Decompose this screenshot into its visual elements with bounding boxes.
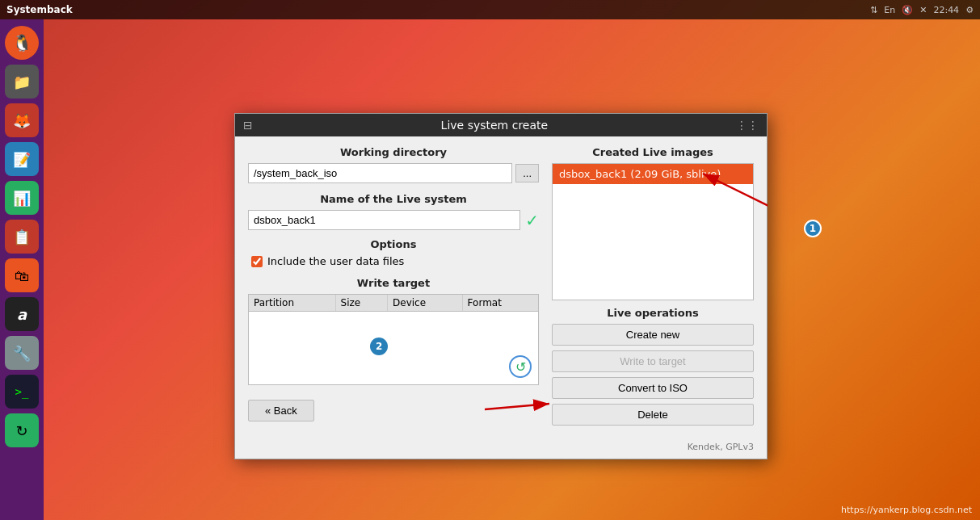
- writetarget-table: Partition Size Device Format: [249, 295, 538, 312]
- create-new-btn[interactable]: Create new: [552, 324, 754, 346]
- writetarget-table-container: Partition Size Device Format 2: [248, 294, 539, 385]
- dialog-left: Working directory ... Name of the Live s…: [248, 146, 539, 426]
- annotation-circle-1: 1: [804, 220, 822, 237]
- workdir-row: ...: [248, 163, 539, 183]
- writetarget-section: Write target Partition Size Device Forma…: [248, 277, 539, 385]
- dialog-columns: Working directory ... Name of the Live s…: [248, 146, 754, 426]
- include-userdata-label: Include the user data files: [267, 255, 404, 267]
- back-btn[interactable]: « Back: [248, 400, 314, 421]
- files-icon: 📁: [13, 73, 31, 90]
- amazon-icon: a: [17, 306, 27, 323]
- dialog-title: Live system create: [441, 119, 549, 132]
- dialog-titlebar-left-icon: ⊟: [243, 119, 253, 132]
- arrows-icon: ⇅: [870, 5, 877, 15]
- options-title: Options: [248, 238, 539, 250]
- sidebar-item-appcenter[interactable]: 🛍: [5, 258, 39, 292]
- livename-title: Name of the Live system: [248, 193, 539, 205]
- livename-input[interactable]: [248, 210, 520, 230]
- livename-section: Name of the Live system ✓: [248, 193, 539, 230]
- impress-icon: 📋: [13, 229, 31, 245]
- sidebar-item-firefox[interactable]: 🦊: [5, 103, 39, 137]
- delete-btn[interactable]: Delete: [552, 404, 754, 426]
- topbar-title: Systemback: [6, 4, 870, 15]
- dialog-titlebar-right-icon: ⋮⋮: [736, 119, 759, 132]
- ubuntu-icon: 🐧: [12, 33, 32, 52]
- workdir-browse-btn[interactable]: ...: [515, 164, 539, 182]
- sidebar-item-update[interactable]: ↻: [5, 413, 39, 447]
- created-images-list: dsbox_back1 (2.09 GiB, sblive): [552, 163, 754, 300]
- terminal-icon: >_: [15, 385, 29, 398]
- firefox-icon: 🦊: [13, 112, 31, 129]
- update-icon: ↻: [15, 422, 27, 439]
- writetarget-body: 2 ↺: [249, 312, 538, 384]
- close-icon[interactable]: ✕: [919, 5, 927, 15]
- url-bar: https://yankerp.blog.csdn.net: [841, 505, 972, 515]
- writetarget-title: Write target: [248, 277, 539, 289]
- sidebar-item-amazon[interactable]: a: [5, 297, 39, 331]
- workdir-input[interactable]: [248, 163, 512, 183]
- options-checkbox-row: Include the user data files: [248, 255, 539, 267]
- mute-icon: 🔇: [902, 5, 913, 15]
- wrench-icon: 🔧: [13, 345, 31, 362]
- annotation-circle-2: 2: [370, 338, 388, 355]
- sidebar-item-files[interactable]: 📁: [5, 65, 39, 99]
- include-userdata-checkbox[interactable]: [251, 256, 263, 267]
- footer-text: Kendek, GPLv3: [688, 442, 754, 452]
- working-directory-title: Working directory: [248, 146, 539, 158]
- sidebar: 🐧 📁 🦊 📝 📊 📋 🛍 a 🔧 >_ ↻: [0, 19, 44, 520]
- appcenter-icon: 🛍: [15, 267, 29, 284]
- options-section: Options Include the user data files: [248, 238, 539, 267]
- dialog-right: Created Live images dsbox_back1 (2.09 Gi…: [552, 146, 754, 426]
- created-images-title: Created Live images: [552, 146, 754, 158]
- refresh-icon: ↺: [515, 359, 526, 375]
- dialog: ⊟ Live system create ⋮⋮ Working director…: [234, 113, 768, 459]
- write-target-btn[interactable]: Write to target: [552, 350, 754, 372]
- dialog-footer: Kendek, GPLv3: [235, 438, 767, 459]
- sidebar-item-terminal[interactable]: >_: [5, 375, 39, 409]
- live-ops-title: Live operations: [552, 307, 754, 319]
- writer-icon: 📝: [13, 151, 31, 168]
- settings-icon[interactable]: ⚙: [965, 5, 974, 15]
- live-ops-section: Live operations Create new Write to targ…: [552, 307, 754, 426]
- topbar: Systemback ⇅ En 🔇 ✕ 22:44 ⚙: [0, 0, 980, 19]
- time-display: 22:44: [933, 5, 959, 15]
- valid-checkmark: ✓: [525, 211, 539, 230]
- col-format: Format: [462, 295, 538, 312]
- col-device: Device: [388, 295, 463, 312]
- dialog-titlebar: ⊟ Live system create ⋮⋮: [235, 114, 767, 136]
- col-size: Size: [335, 295, 387, 312]
- refresh-btn[interactable]: ↺: [509, 355, 532, 378]
- sidebar-item-impress[interactable]: 📋: [5, 220, 39, 254]
- sidebar-item-settings[interactable]: 🔧: [5, 336, 39, 370]
- lang-indicator: En: [884, 5, 895, 15]
- sidebar-item-calc[interactable]: 📊: [5, 181, 39, 215]
- sidebar-item-writer[interactable]: 📝: [5, 142, 39, 176]
- convert-iso-btn[interactable]: Convert to ISO: [552, 377, 754, 399]
- created-image-item[interactable]: dsbox_back1 (2.09 GiB, sblive): [553, 164, 753, 184]
- topbar-icons: ⇅ En 🔇 ✕ 22:44 ⚙: [870, 5, 974, 15]
- col-partition: Partition: [249, 295, 335, 312]
- calc-icon: 📊: [13, 190, 31, 207]
- sidebar-item-ubuntu[interactable]: 🐧: [5, 26, 39, 60]
- dialog-body: Working directory ... Name of the Live s…: [235, 136, 767, 438]
- livename-row: ✓: [248, 210, 539, 230]
